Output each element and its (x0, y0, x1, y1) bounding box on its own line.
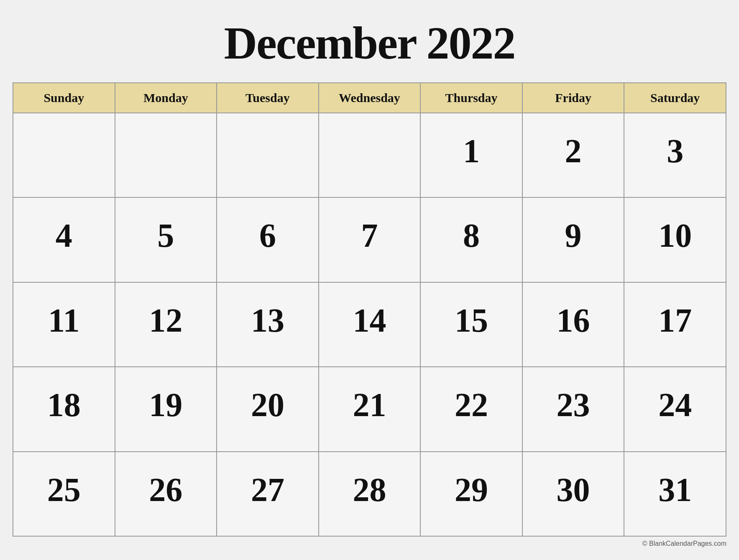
day-number-25: 25 (22, 473, 106, 506)
day-number-5: 5 (124, 219, 208, 252)
day-cell-0-0 (13, 113, 115, 197)
day-number-22: 22 (429, 388, 514, 422)
day-cell-4-4: 29 (420, 452, 522, 536)
day-number-19: 19 (124, 388, 208, 422)
day-number-21: 21 (327, 388, 412, 422)
day-number-20: 20 (225, 388, 310, 422)
day-number-4: 4 (22, 219, 106, 252)
header-wednesday: Wednesday (319, 83, 421, 113)
header-tuesday: Tuesday (217, 83, 319, 113)
week-row-5: 25262728293031 (13, 452, 726, 536)
day-cell-3-3: 21 (319, 367, 421, 451)
day-number-26: 26 (124, 473, 208, 506)
day-cell-0-6: 3 (624, 113, 726, 197)
day-number-30: 30 (531, 473, 616, 506)
day-cell-1-4: 8 (420, 197, 522, 282)
day-number-27: 27 (225, 473, 310, 506)
day-cell-1-3: 7 (319, 197, 421, 282)
day-cell-2-0: 11 (13, 282, 115, 367)
day-cell-4-6: 31 (624, 452, 726, 536)
day-cell-0-2 (217, 113, 319, 197)
day-number-31: 31 (633, 473, 717, 506)
calendar-table: Sunday Monday Tuesday Wednesday Thursday… (13, 82, 726, 537)
day-number-6: 6 (225, 219, 310, 252)
day-cell-0-1 (115, 113, 217, 197)
day-number-12: 12 (124, 304, 208, 337)
day-number-23: 23 (531, 388, 616, 422)
header-saturday: Saturday (624, 83, 726, 113)
week-row-4: 18192021222324 (13, 367, 726, 451)
day-cell-2-1: 12 (115, 282, 217, 367)
day-number-2: 2 (531, 134, 616, 168)
day-cell-3-2: 20 (217, 367, 319, 451)
day-cell-2-3: 14 (319, 282, 421, 367)
day-cell-2-6: 17 (624, 282, 726, 367)
days-of-week-row: Sunday Monday Tuesday Wednesday Thursday… (13, 83, 726, 113)
day-number-8: 8 (429, 219, 514, 252)
day-cell-1-0: 4 (13, 197, 115, 282)
day-number-28: 28 (327, 473, 412, 506)
week-row-1: 123 (13, 113, 726, 197)
calendar-container: December 2022 Sunday Monday Tuesday Wedn… (0, 0, 739, 560)
day-cell-0-3 (319, 113, 421, 197)
day-number-3: 3 (633, 134, 717, 168)
day-cell-4-1: 26 (115, 452, 217, 536)
day-cell-3-1: 19 (115, 367, 217, 451)
day-number-7: 7 (327, 219, 412, 252)
day-cell-0-4: 1 (420, 113, 522, 197)
day-cell-4-3: 28 (319, 452, 421, 536)
header-thursday: Thursday (420, 83, 522, 113)
day-number-11: 11 (22, 304, 106, 337)
day-cell-3-5: 23 (522, 367, 624, 451)
day-number-16: 16 (531, 304, 616, 337)
day-cell-4-0: 25 (13, 452, 115, 536)
day-cell-4-5: 30 (522, 452, 624, 536)
header-monday: Monday (115, 83, 217, 113)
day-cell-1-5: 9 (522, 197, 624, 282)
day-number-17: 17 (633, 304, 717, 337)
day-number-14: 14 (327, 304, 412, 337)
day-cell-1-2: 6 (217, 197, 319, 282)
day-number-29: 29 (429, 473, 514, 506)
day-number-15: 15 (429, 304, 514, 337)
day-number-24: 24 (633, 388, 717, 422)
day-cell-1-6: 10 (624, 197, 726, 282)
day-number-1: 1 (429, 134, 514, 168)
day-cell-2-2: 13 (217, 282, 319, 367)
day-cell-3-6: 24 (624, 367, 726, 451)
day-cell-3-0: 18 (13, 367, 115, 451)
day-cell-4-2: 27 (217, 452, 319, 536)
calendar-title: December 2022 (13, 8, 726, 82)
day-number-9: 9 (531, 219, 616, 252)
day-cell-0-5: 2 (522, 113, 624, 197)
day-cell-2-5: 16 (522, 282, 624, 367)
header-sunday: Sunday (13, 83, 115, 113)
week-row-2: 45678910 (13, 197, 726, 282)
day-number-13: 13 (225, 304, 310, 337)
day-number-18: 18 (22, 388, 106, 422)
calendar-footer: © BlankCalendarPages.com (13, 537, 726, 547)
day-cell-1-1: 5 (115, 197, 217, 282)
day-cell-3-4: 22 (420, 367, 522, 451)
week-row-3: 11121314151617 (13, 282, 726, 367)
calendar-body: 1234567891011121314151617181920212223242… (13, 113, 726, 536)
day-number-10: 10 (633, 219, 717, 252)
day-cell-2-4: 15 (420, 282, 522, 367)
header-friday: Friday (522, 83, 624, 113)
